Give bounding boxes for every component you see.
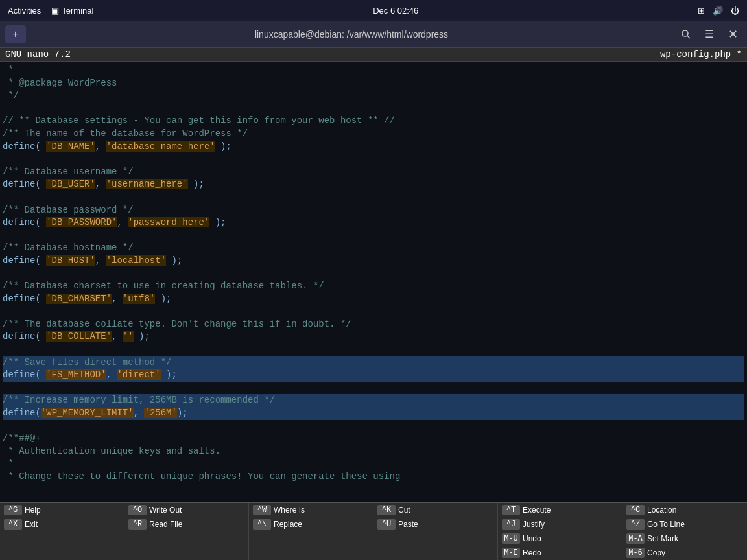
- editor-line: /** The name of the database for WordPre…: [3, 128, 744, 141]
- editor-line: define( 'DB_CHARSET', 'utf8' );: [3, 293, 744, 306]
- editor-line: /** Database username */: [3, 166, 744, 179]
- shortcut-key: M-U: [502, 533, 520, 544]
- system-bar-right: ⊞ 🔊 ⏻: [698, 6, 739, 16]
- system-bar-center: Dec 6 02:46: [373, 6, 418, 16]
- editor-line: [3, 344, 744, 356]
- terminal-icon: ▣: [51, 6, 59, 16]
- shortcut-item[interactable]: M-6Copy: [622, 546, 747, 560]
- editor-line: // ** Database settings - You can get th…: [3, 115, 744, 128]
- editor-line: /** Increase memory limit, 256MB is reco…: [3, 394, 744, 407]
- editor-area[interactable]: * * @package WordPress */ // ** Database…: [0, 62, 747, 502]
- editor-line: [3, 305, 744, 318]
- editor-line: /** The database collate type. Don't cha…: [3, 318, 744, 331]
- terminal-titlebar: + linuxcapable@debian: /var/www/html/wor…: [0, 21, 747, 48]
- shortcut-item[interactable]: ^\Replace: [249, 517, 374, 531]
- shortcut-label: Undo: [523, 534, 541, 543]
- shortcut-label: Cut: [398, 506, 410, 515]
- shortcut-key: ^U: [377, 519, 396, 530]
- editor-line: /** Database charset to use in creating …: [3, 280, 744, 293]
- shortcut-item[interactable]: [374, 546, 498, 560]
- shortcut-label: Where Is: [274, 506, 305, 515]
- sound-icon[interactable]: 🔊: [713, 6, 723, 16]
- network-icon[interactable]: ⊞: [698, 6, 705, 16]
- shortcut-key: ^R: [128, 519, 147, 530]
- shortcut-key: M-6: [626, 548, 645, 558]
- shortcut-item[interactable]: ^UPaste: [374, 517, 498, 531]
- editor-line: define( 'DB_NAME', 'database_name_here' …: [3, 141, 744, 154]
- shortcut-item[interactable]: ^RRead File: [124, 517, 249, 531]
- datetime: Dec 6 02:46: [373, 6, 418, 16]
- svg-line-1: [687, 36, 690, 38]
- editor-line: */: [3, 89, 744, 102]
- shortcut-item[interactable]: ^XExit: [0, 517, 124, 531]
- editor-line: define( 'DB_COLLATE', '' );: [3, 331, 744, 344]
- shortcut-item[interactable]: [124, 531, 249, 546]
- nano-header: GNU nano 7.2 wp-config.php *: [0, 48, 747, 62]
- shortcut-key: ^X: [4, 519, 22, 530]
- shortcut-key: ^T: [502, 505, 520, 515]
- shortcut-item[interactable]: [249, 531, 374, 546]
- shortcut-label: Help: [25, 506, 41, 515]
- editor-line: /** Save files direct method */: [3, 356, 744, 369]
- shortcut-label: Redo: [523, 548, 541, 557]
- shortcut-key: ^J: [502, 519, 520, 530]
- shortcut-item[interactable]: M-ASet Mark: [622, 531, 747, 546]
- shortcut-item[interactable]: [0, 546, 124, 560]
- shortcut-label: Justify: [523, 520, 545, 529]
- shortcut-item[interactable]: ^WWhere Is: [249, 503, 374, 517]
- shortcut-item[interactable]: ^JJustify: [498, 517, 622, 531]
- editor-line: * Authentication unique keys and salts.: [3, 445, 744, 458]
- editor-line: /** Database hostname */: [3, 242, 744, 255]
- shortcut-key: ^\: [253, 519, 271, 530]
- editor-line: [3, 102, 744, 115]
- editor-line: define( 'DB_HOST', 'localhost' );: [3, 255, 744, 268]
- add-tab-button[interactable]: +: [5, 25, 26, 43]
- shortcut-key: ^W: [253, 505, 271, 515]
- shortcut-item[interactable]: M-ERedo: [498, 546, 622, 560]
- editor-line: define( 'DB_PASSWORD', 'password_here' )…: [3, 216, 744, 229]
- terminal-window: + linuxcapable@debian: /var/www/html/wor…: [0, 21, 747, 560]
- shortcut-label: Write Out: [149, 506, 182, 515]
- titlebar-left: +: [5, 25, 26, 43]
- menu-button[interactable]: ☰: [700, 25, 718, 43]
- nano-filename: wp-config.php *: [660, 49, 742, 60]
- editor-line: * @package WordPress: [3, 77, 744, 90]
- shortcut-label: Replace: [274, 520, 302, 529]
- shortcut-label: Copy: [647, 548, 665, 557]
- editor-line: * Change these to different unique phras…: [3, 471, 744, 484]
- editor-line: [3, 382, 744, 395]
- shortcut-item[interactable]: ^CLocation: [622, 503, 747, 517]
- shortcut-item[interactable]: ^KCut: [374, 503, 498, 517]
- power-icon[interactable]: ⏻: [731, 6, 739, 16]
- shortcut-label: Location: [647, 506, 676, 515]
- shortcut-bar: ^GHelp^OWrite Out^WWhere Is^KCut^TExecut…: [0, 502, 747, 560]
- shortcut-item[interactable]: ^/Go To Line: [622, 517, 747, 531]
- editor-line: define( 'DB_USER', 'username_here' );: [3, 178, 744, 191]
- activities-label[interactable]: Activities: [8, 6, 41, 16]
- shortcut-item[interactable]: [249, 546, 374, 560]
- shortcut-label: Execute: [523, 506, 551, 515]
- shortcut-key: ^C: [626, 505, 645, 515]
- close-button[interactable]: ✕: [724, 25, 742, 43]
- shortcut-item[interactable]: M-UUndo: [498, 531, 622, 546]
- editor-line: *: [3, 64, 744, 77]
- shortcut-key: ^G: [4, 505, 22, 515]
- editor-line: *: [3, 458, 744, 471]
- system-bar: Activities ▣ Terminal Dec 6 02:46 ⊞ 🔊 ⏻: [0, 0, 747, 21]
- terminal-title: linuxcapable@debian: /var/www/html/wordp…: [26, 29, 677, 40]
- editor-line: define('WP_MEMORY_LIMIT', '256M');: [3, 407, 744, 420]
- editor-line: [3, 268, 744, 281]
- shortcut-item[interactable]: ^TExecute: [498, 503, 622, 517]
- shortcut-key: ^O: [128, 505, 147, 515]
- shortcut-item[interactable]: ^GHelp: [0, 503, 124, 517]
- shortcut-item[interactable]: [124, 546, 249, 560]
- shortcut-item[interactable]: ^OWrite Out: [124, 503, 249, 517]
- system-bar-left: Activities ▣ Terminal: [8, 6, 93, 16]
- editor-line: [3, 153, 744, 166]
- editor-line: [3, 420, 744, 433]
- terminal-menu-item[interactable]: ▣ Terminal: [51, 6, 93, 16]
- shortcut-item[interactable]: [374, 531, 498, 546]
- shortcut-key: M-E: [502, 548, 520, 558]
- search-button[interactable]: [677, 25, 695, 43]
- shortcut-item[interactable]: [0, 531, 124, 546]
